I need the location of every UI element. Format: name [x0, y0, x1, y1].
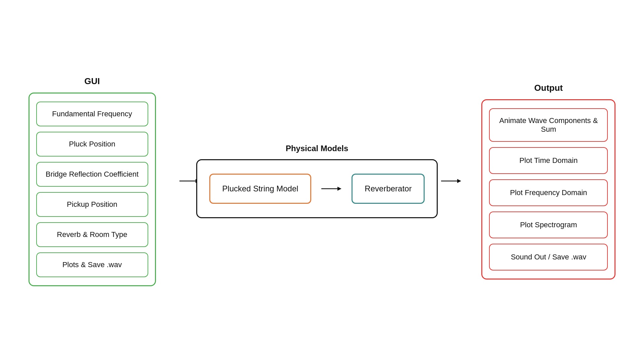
gui-box: Fundamental FrequencyPluck PositionBridg… [29, 93, 156, 286]
plucked-string-model: Plucked String Model [209, 174, 312, 204]
internal-arrow [321, 185, 341, 193]
output-title: Output [534, 83, 563, 93]
output-item-3[interactable]: Plot Spectrogram [489, 212, 608, 238]
right-arrow [441, 177, 461, 185]
physical-section: Physical Models Plucked String Model Rev… [196, 144, 438, 218]
main-container: GUI Fundamental FrequencyPluck PositionB… [0, 0, 644, 362]
gui-item-3[interactable]: Pickup Position [36, 192, 148, 217]
internal-arrow-icon [321, 185, 341, 193]
gui-item-5[interactable]: Plots & Save .wav [36, 252, 148, 277]
gui-section: GUI Fundamental FrequencyPluck PositionB… [29, 76, 156, 286]
output-item-4[interactable]: Sound Out / Save .wav [489, 244, 608, 270]
svg-marker-5 [457, 179, 461, 183]
gui-item-4[interactable]: Reverb & Room Type [36, 222, 148, 247]
reverberator-model: Reverberator [352, 174, 425, 204]
physical-models-title: Physical Models [286, 144, 348, 153]
physical-models-box: Plucked String Model Reverberator [196, 159, 438, 218]
gui-item-1[interactable]: Pluck Position [36, 132, 148, 157]
svg-marker-3 [337, 187, 341, 191]
output-item-2[interactable]: Plot Frequency Domain [489, 179, 608, 206]
output-box: Animate Wave Components & SumPlot Time D… [481, 99, 615, 280]
gui-title: GUI [84, 76, 100, 86]
output-item-1[interactable]: Plot Time Domain [489, 147, 608, 174]
gui-item-2[interactable]: Bridge Reflection Coefficient [36, 162, 148, 187]
output-item-0[interactable]: Animate Wave Components & Sum [489, 108, 608, 142]
gui-item-0[interactable]: Fundamental Frequency [36, 102, 148, 126]
output-section: Output Animate Wave Components & SumPlot… [481, 83, 615, 280]
right-arrow-icon [441, 177, 461, 185]
